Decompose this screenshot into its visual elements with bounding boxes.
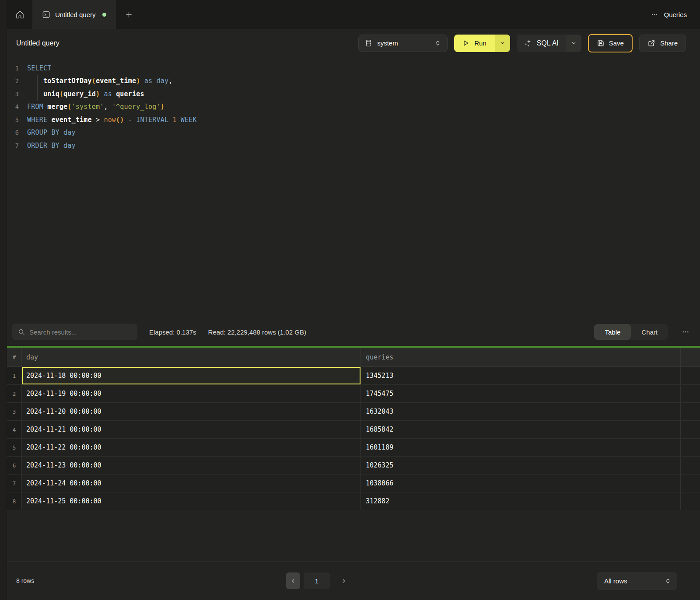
code-line[interactable]: 6GROUP BY day xyxy=(7,126,700,140)
cell-day[interactable]: 2024-11-18 00:00:00 xyxy=(22,367,361,384)
cell-queries[interactable]: 1038066 xyxy=(361,474,681,492)
tab-bar: Untitled query Queries xyxy=(7,0,700,29)
sql-editor[interactable]: 1SELECT2 toStartOfDay(event_time) as day… xyxy=(7,57,700,318)
code-line[interactable]: 4FROM merge('system', '^query_log') xyxy=(7,101,700,114)
row-number[interactable]: 6 xyxy=(7,457,22,474)
next-page-button[interactable] xyxy=(337,572,350,589)
code-line[interactable]: 1SELECT xyxy=(7,62,700,75)
run-options-button[interactable] xyxy=(495,35,510,52)
cell-queries[interactable]: 1685842 xyxy=(361,421,681,438)
updown-icon xyxy=(434,40,441,46)
chevron-down-icon xyxy=(571,40,577,46)
results-toolbar: Elapsed: 0.137s Read: 22,229,488 rows (1… xyxy=(7,318,700,346)
unsaved-dot xyxy=(102,13,106,17)
app-window: Untitled query Queries Untitled query xyxy=(0,0,700,600)
run-button-group: Run xyxy=(454,35,510,52)
code-token xyxy=(27,77,43,85)
current-page-button[interactable]: 1 xyxy=(304,572,330,589)
row-number[interactable]: 2 xyxy=(7,385,22,402)
code-token: , xyxy=(104,103,108,111)
ellipsis-icon xyxy=(651,11,658,18)
view-tab-table[interactable]: Table xyxy=(594,324,631,340)
results-more-button[interactable] xyxy=(680,328,691,336)
cell-day[interactable]: 2024-11-19 00:00:00 xyxy=(22,385,361,402)
row-number[interactable]: 3 xyxy=(7,403,22,420)
chevron-right-icon xyxy=(341,578,346,584)
column-header-day[interactable]: day xyxy=(22,348,361,366)
code-token: as xyxy=(104,90,112,98)
table-row: 12024-11-18 00:00:001345213 xyxy=(7,367,700,385)
code-line[interactable]: 5WHERE event_time > now() - INTERVAL 1 W… xyxy=(7,113,700,126)
cell-day[interactable]: 2024-11-21 00:00:00 xyxy=(22,421,361,438)
cell-queries[interactable]: 1345213 xyxy=(361,367,681,384)
sparkles-icon xyxy=(524,39,532,47)
share-icon xyxy=(648,39,655,47)
code-token xyxy=(124,116,128,124)
line-number: 5 xyxy=(7,116,27,123)
page-size-selector[interactable]: All rows xyxy=(597,572,677,590)
save-icon xyxy=(597,39,605,47)
results-footer: 8 rows 1 All rows xyxy=(7,561,700,600)
code-token: merge xyxy=(47,103,67,111)
sql-ai-options-button[interactable] xyxy=(566,35,581,52)
home-button[interactable] xyxy=(7,0,32,29)
code-token: day xyxy=(63,129,76,136)
sql-ai-button-group: SQL AI xyxy=(517,35,581,52)
code-token: now xyxy=(104,116,116,124)
cell-day[interactable]: 2024-11-23 00:00:00 xyxy=(22,457,361,474)
cell-queries[interactable]: 1026325 xyxy=(361,457,681,474)
save-button[interactable]: Save xyxy=(588,34,633,52)
queries-button[interactable]: Queries xyxy=(651,0,687,29)
read-stat: Read: 22,229,488 rows (1.02 GB) xyxy=(208,328,306,336)
plus-icon xyxy=(125,11,133,18)
search-results-box[interactable] xyxy=(12,324,137,340)
code-line[interactable]: 2 toStartOfDay(event_time) as day, xyxy=(7,75,700,88)
search-results-input[interactable] xyxy=(29,328,132,336)
code-token: FROM xyxy=(27,103,43,111)
cell-day[interactable]: 2024-11-25 00:00:00 xyxy=(22,492,361,510)
cell-day[interactable]: 2024-11-22 00:00:00 xyxy=(22,439,361,456)
code-line[interactable]: 3 uniq(query_id) as queries xyxy=(7,87,700,101)
code-token xyxy=(112,90,116,98)
code-text: uniq(query_id) as queries xyxy=(27,90,144,98)
updown-icon xyxy=(665,578,671,584)
code-token xyxy=(47,116,51,124)
code-token: WEEK xyxy=(181,116,197,124)
ellipsis-icon xyxy=(682,328,690,336)
row-number[interactable]: 7 xyxy=(7,474,22,492)
column-header-queries[interactable]: queries xyxy=(361,348,681,366)
indent-guide xyxy=(37,75,38,101)
view-toggle: Table Chart xyxy=(594,324,668,340)
cell-queries[interactable]: 1745475 xyxy=(361,385,681,402)
cell-queries[interactable]: 1632043 xyxy=(361,403,681,420)
cell-queries[interactable]: 1601189 xyxy=(361,439,681,456)
sql-ai-button[interactable]: SQL AI xyxy=(517,35,566,52)
code-token xyxy=(92,116,96,124)
cell-day[interactable]: 2024-11-20 00:00:00 xyxy=(22,403,361,420)
database-icon xyxy=(365,39,372,47)
run-button[interactable]: Run xyxy=(454,35,495,52)
code-token: event_time xyxy=(96,77,136,85)
code-line[interactable]: 7ORDER BY day xyxy=(7,139,700,152)
view-tab-chart[interactable]: Chart xyxy=(631,324,668,340)
row-number[interactable]: 5 xyxy=(7,439,22,456)
line-number: 1 xyxy=(7,65,27,72)
row-number[interactable]: 8 xyxy=(7,492,22,510)
code-token: ) xyxy=(161,103,164,111)
column-header-num[interactable]: # xyxy=(7,348,22,366)
row-number[interactable]: 4 xyxy=(7,421,22,438)
table-header: # day queries xyxy=(7,348,700,367)
code-token: - xyxy=(128,116,132,124)
line-number: 3 xyxy=(7,91,27,98)
code-token xyxy=(132,116,136,124)
code-token: day xyxy=(156,77,168,85)
database-selector[interactable]: system xyxy=(358,35,448,52)
tab-untitled-query[interactable]: Untitled query xyxy=(32,0,116,29)
row-number[interactable]: 1 xyxy=(7,367,22,384)
chevron-down-icon xyxy=(500,40,505,46)
new-tab-button[interactable] xyxy=(116,0,142,29)
prev-page-button[interactable] xyxy=(286,572,300,589)
share-button[interactable]: Share xyxy=(639,35,686,52)
cell-day[interactable]: 2024-11-24 00:00:00 xyxy=(22,474,361,492)
cell-queries[interactable]: 312882 xyxy=(361,492,681,510)
